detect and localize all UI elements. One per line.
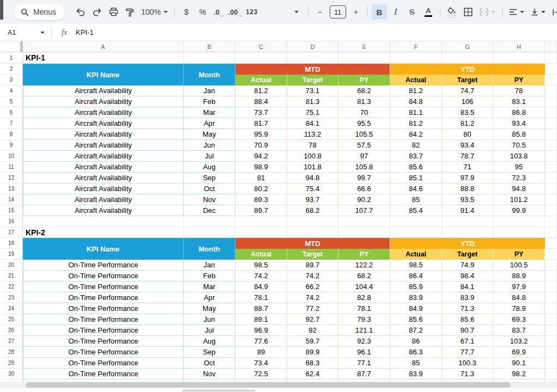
month-cell[interactable]: May (184, 129, 235, 140)
value-cell[interactable]: 94.8 (493, 183, 545, 194)
value-cell[interactable]: 85.6 (390, 314, 442, 325)
column-header[interactable]: D (287, 41, 338, 52)
value-cell[interactable]: 81.3 (287, 96, 338, 107)
value-cell[interactable]: 86.4 (390, 271, 442, 281)
value-cell[interactable]: 96.1 (338, 347, 390, 358)
cell[interactable] (545, 52, 557, 64)
subheader-cell[interactable]: Actual (390, 75, 442, 85)
value-cell[interactable]: 67.1 (442, 336, 493, 347)
subheader-cell[interactable]: PY (338, 75, 390, 85)
value-cell[interactable]: 86.3 (390, 347, 442, 358)
cell[interactable] (184, 216, 235, 227)
ytd-header[interactable]: YTD (390, 238, 545, 249)
cell[interactable] (493, 52, 545, 64)
month-cell[interactable]: Dec (184, 205, 235, 216)
value-cell[interactable]: 75.4 (287, 183, 338, 194)
month-cell[interactable]: Feb (184, 96, 235, 107)
cell[interactable] (287, 216, 338, 227)
value-cell[interactable]: 59.7 (287, 336, 338, 347)
value-cell[interactable]: 122.2 (338, 260, 390, 271)
value-cell[interactable]: 84.8 (390, 96, 442, 107)
cell[interactable] (545, 75, 557, 85)
cell[interactable] (545, 303, 557, 314)
kpi-name-cell[interactable]: Aircraft Availability (23, 205, 184, 216)
cell[interactable] (545, 314, 557, 325)
month-cell[interactable]: Apr (184, 118, 235, 129)
value-cell[interactable]: 68.2 (338, 271, 390, 281)
cell[interactable] (545, 336, 557, 347)
value-cell[interactable]: 77.6 (235, 336, 287, 347)
cell[interactable] (545, 249, 557, 260)
row-header[interactable]: 21 (0, 271, 22, 281)
increase-decimals-button[interactable]: .00→ (228, 4, 243, 20)
value-cell[interactable]: 81.2 (442, 118, 493, 129)
kpi-name-cell[interactable]: Aircraft Availability (23, 194, 184, 205)
horizontal-scrollbar-thumb[interactable] (26, 382, 511, 388)
cell[interactable] (545, 238, 557, 249)
cell[interactable] (545, 107, 557, 118)
value-cell[interactable]: 70.5 (493, 140, 545, 151)
kpi-name-cell[interactable]: Aircraft Availability (23, 140, 184, 151)
zoom-select[interactable]: 100% (138, 4, 171, 20)
value-cell[interactable]: 77.7 (442, 347, 493, 358)
value-cell[interactable]: 88.7 (235, 303, 287, 314)
cell[interactable] (493, 227, 545, 238)
cell[interactable] (545, 118, 557, 129)
kpi-name-cell[interactable]: On-Time Performance (23, 325, 184, 336)
row-header[interactable]: 11 (0, 162, 22, 173)
ytd-header[interactable]: YTD (390, 64, 545, 75)
percent-format-button[interactable]: % (195, 4, 210, 20)
value-cell[interactable]: 95.9 (235, 129, 287, 140)
value-cell[interactable]: 98.5 (390, 260, 442, 271)
print-button[interactable] (106, 4, 121, 20)
value-cell[interactable]: 105.8 (338, 162, 390, 173)
month-cell[interactable]: Sep (184, 173, 235, 183)
value-cell[interactable]: 85.1 (390, 173, 442, 183)
value-cell[interactable]: 84.9 (235, 281, 287, 292)
value-cell[interactable]: 97.9 (442, 173, 493, 183)
row-header[interactable]: 23 (0, 292, 22, 303)
value-cell[interactable]: 83.9 (390, 369, 442, 379)
row-header[interactable]: 16 (0, 216, 22, 227)
value-cell[interactable]: 85.4 (390, 205, 442, 216)
vertical-align-button[interactable] (528, 4, 548, 20)
cell[interactable] (545, 96, 557, 107)
cell[interactable] (545, 347, 557, 358)
value-cell[interactable]: 90.7 (442, 325, 493, 336)
row-header[interactable]: 20 (0, 260, 22, 271)
paint-format-button[interactable] (122, 4, 137, 20)
row-header[interactable]: 9 (0, 140, 22, 151)
column-header[interactable] (545, 41, 557, 52)
cell[interactable] (545, 227, 557, 238)
month-cell[interactable]: Jul (184, 151, 235, 162)
value-cell[interactable]: 93.4 (442, 140, 493, 151)
value-cell[interactable]: 70 (338, 107, 390, 118)
kpi-name-cell[interactable]: On-Time Performance (23, 292, 184, 303)
redo-button[interactable] (89, 4, 105, 20)
cell[interactable] (545, 85, 557, 96)
value-cell[interactable]: 81.1 (390, 107, 442, 118)
value-cell[interactable]: 100.3 (442, 358, 493, 369)
row-header[interactable]: 7 (0, 118, 22, 129)
row-header[interactable]: 6 (0, 107, 22, 118)
value-cell[interactable]: 98.9 (235, 162, 287, 173)
value-cell[interactable]: 74.2 (287, 292, 338, 303)
menus-button[interactable]: Menus (14, 4, 65, 20)
month-cell[interactable]: Nov (184, 369, 235, 379)
select-all-corner[interactable] (0, 41, 23, 52)
row-header[interactable]: 24 (0, 303, 22, 314)
value-cell[interactable]: 97.9 (493, 281, 545, 292)
month-cell[interactable]: Nov (184, 194, 235, 205)
italic-button[interactable]: I (388, 4, 403, 20)
row-header[interactable]: 29 (0, 358, 22, 369)
increase-font-size-button[interactable]: + (348, 4, 364, 20)
value-cell[interactable]: 85 (390, 194, 442, 205)
value-cell[interactable]: 73.4 (235, 358, 287, 369)
value-cell[interactable]: 90.2 (338, 194, 390, 205)
month-cell[interactable]: Jan (184, 260, 235, 271)
row-header[interactable]: 8 (0, 129, 22, 140)
subheader-cell[interactable]: PY (338, 249, 390, 260)
value-cell[interactable]: 74.2 (287, 271, 338, 281)
kpi-name-cell[interactable]: Aircraft Availability (23, 183, 184, 194)
subheader-cell[interactable]: PY (493, 249, 545, 260)
